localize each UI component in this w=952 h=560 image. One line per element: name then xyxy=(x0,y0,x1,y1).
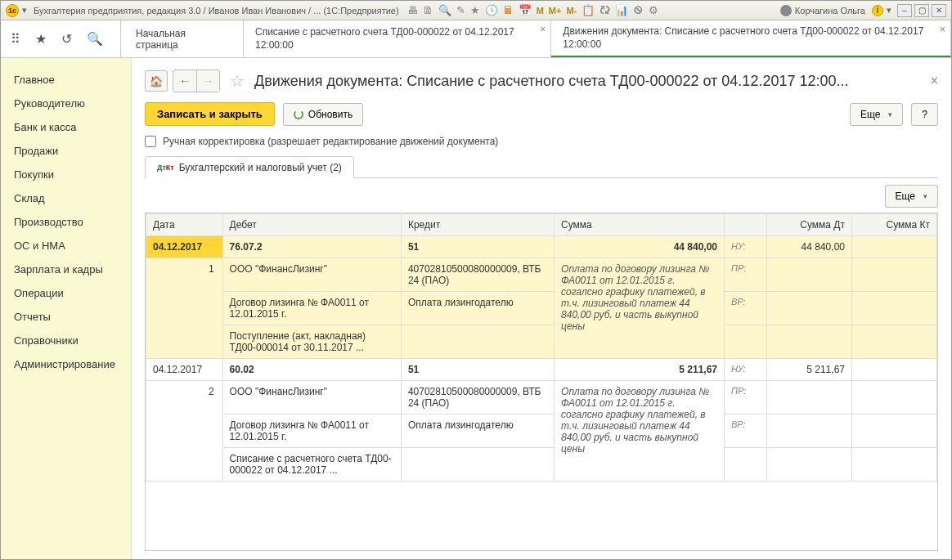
tab-close-icon[interactable]: × xyxy=(940,24,945,37)
m-plus-button[interactable]: M+ xyxy=(549,6,562,16)
info-icon[interactable]: i xyxy=(872,5,883,16)
tab-start[interactable]: Начальная страница xyxy=(121,20,244,57)
calendar-icon[interactable]: 📅 xyxy=(519,4,532,16)
cell-nu-label: НУ: xyxy=(725,236,767,258)
sidebar-item[interactable]: Склад xyxy=(1,186,131,210)
toolbar-icon[interactable]: 🗘 xyxy=(599,4,610,16)
close-button[interactable]: ✕ xyxy=(932,4,946,17)
app-menu-dropdown[interactable]: ▾ xyxy=(22,5,27,16)
window-title: Бухгалтерия предприятия, редакция 3.0 / … xyxy=(34,6,399,16)
entry-subrow[interactable]: 2 ООО "ФинансЛизинг" 4070281050008000000… xyxy=(146,381,937,414)
tab-document-1[interactable]: Списание с расчетного счета ТД00-000022 … xyxy=(244,20,551,57)
home-button[interactable]: 🏠 xyxy=(145,70,168,92)
sidebar-item[interactable]: Администрирование xyxy=(1,352,131,376)
sidebar-item[interactable]: Отчеты xyxy=(1,305,131,329)
sidebar: Главное Руководителю Банк и касса Продаж… xyxy=(1,58,132,559)
m-minus-button[interactable]: M- xyxy=(566,6,577,16)
entries-table-wrap: Дата Дебет Кредит Сумма Сумма Дт Сумма К… xyxy=(145,213,938,551)
sidebar-item[interactable]: Банк и касса xyxy=(1,115,131,139)
body: Главное Руководителю Банк и касса Продаж… xyxy=(1,58,951,559)
history-icon[interactable]: 🕓 xyxy=(485,4,498,16)
info-dropdown[interactable]: ▾ xyxy=(887,5,891,16)
dt-kt-icon: ДтКт xyxy=(157,164,174,172)
forward-button[interactable]: → xyxy=(196,70,219,92)
toolbar-icon[interactable]: 📊 xyxy=(615,4,628,16)
page-title: Движения документа: Списание с расчетног… xyxy=(254,73,926,90)
col-sum[interactable]: Сумма xyxy=(555,214,725,236)
app-window: 1c ▾ Бухгалтерия предприятия, редакция 3… xyxy=(0,0,952,560)
calculator-icon[interactable]: 🖩 xyxy=(503,4,514,16)
cell-idx: 2 xyxy=(146,381,223,482)
accounting-tab[interactable]: ДтКт Бухгалтерский и налоговый учет (2) xyxy=(145,156,354,178)
sidebar-item[interactable]: ОС и НМА xyxy=(1,234,131,258)
toolbar-icon[interactable]: 🔍 xyxy=(438,4,451,16)
entry-row[interactable]: 04.12.2017 76.07.2 51 44 840,00 НУ: 44 8… xyxy=(146,236,937,258)
cell-sum-dt: 5 211,67 xyxy=(767,359,852,381)
nav-arrows: ← → xyxy=(173,69,220,92)
star-icon[interactable]: ★ xyxy=(35,31,47,47)
tab-close-icon[interactable]: × xyxy=(540,24,546,37)
main-tabs: ⠿ ★ ↺ 🔍 Начальная страница Списание с ра… xyxy=(1,20,951,58)
sidebar-item[interactable]: Руководителю xyxy=(1,92,131,115)
bookmark-star-icon[interactable]: ☆ xyxy=(230,71,245,91)
table-more-button[interactable]: Еще xyxy=(885,185,938,208)
user-name: Корчагина Ольга xyxy=(795,6,865,16)
cell-pr-label: ПР: xyxy=(725,258,767,292)
entry-subrow[interactable]: Договор лизинга № ФА0011 от 12.01.2015 г… xyxy=(146,292,937,325)
m-button[interactable]: M xyxy=(537,6,544,16)
entry-subrow[interactable]: Договор лизинга № ФА0011 от 12.01.2015 г… xyxy=(146,414,937,448)
settings-icon[interactable]: ⚙ xyxy=(649,4,658,16)
back-button[interactable]: ← xyxy=(173,70,196,92)
cell-vr-label: ВР: xyxy=(725,414,767,448)
sidebar-item[interactable]: Производство xyxy=(1,210,131,234)
entry-subrow[interactable]: Списание с расчетного счета ТД00-000022 … xyxy=(146,448,937,482)
col-debet[interactable]: Дебет xyxy=(222,214,401,236)
entry-row[interactable]: 04.12.2017 60.02 51 5 211,67 НУ: 5 211,6… xyxy=(146,359,937,381)
sidebar-item[interactable]: Покупки xyxy=(1,163,131,186)
cell-debet-sub: ООО "ФинансЛизинг" xyxy=(222,381,401,414)
sidebar-item[interactable]: Главное xyxy=(1,68,131,92)
cell-kredit-acc: 51 xyxy=(401,359,554,381)
col-kredit[interactable]: Кредит xyxy=(401,214,554,236)
history-icon[interactable]: ↺ xyxy=(61,31,72,47)
cell-debet-acc: 76.07.2 xyxy=(222,236,401,258)
table-header-row: Дата Дебет Кредит Сумма Сумма Дт Сумма К… xyxy=(146,214,937,236)
refresh-button[interactable]: Обновить xyxy=(283,103,363,126)
entry-subrow[interactable]: 1 ООО "ФинансЛизинг" 4070281050008000000… xyxy=(146,258,937,292)
col-date[interactable]: Дата xyxy=(146,214,223,236)
toolbar-icon[interactable]: 🛇 xyxy=(633,4,644,16)
cell-debet-sub: Поступление (акт, накладная) ТД00-000014… xyxy=(222,325,401,359)
manual-edit-checkbox[interactable]: Ручная корректировка (разрешает редактир… xyxy=(145,136,938,147)
cell-sum-dt: 44 840,00 xyxy=(767,236,852,258)
more-button[interactable]: Еще xyxy=(850,103,903,126)
user-info[interactable]: Корчагина Ольга xyxy=(780,5,865,16)
refresh-label: Обновить xyxy=(308,109,353,120)
tab-document-2[interactable]: Движения документа: Списание с расчетног… xyxy=(551,20,951,57)
toolbar-icon[interactable]: 📋 xyxy=(582,4,595,16)
cell-pr-label: ПР: xyxy=(725,381,767,414)
minimize-button[interactable]: – xyxy=(897,4,912,17)
header-row: 🏠 ← → ☆ Движения документа: Списание с р… xyxy=(145,69,938,92)
page-close-icon[interactable]: × xyxy=(931,74,938,88)
toolbar-icon[interactable]: 🖶 xyxy=(407,4,418,16)
save-close-button[interactable]: Записать и закрыть xyxy=(145,102,275,126)
help-button[interactable]: ? xyxy=(911,103,938,126)
sidebar-item[interactable]: Операции xyxy=(1,281,131,305)
col-sum-dt[interactable]: Сумма Дт xyxy=(767,214,852,236)
col-sum-kt[interactable]: Сумма Кт xyxy=(851,214,936,236)
favorite-icon[interactable]: ★ xyxy=(470,4,480,16)
search-icon[interactable]: 🔍 xyxy=(87,31,103,47)
maximize-button[interactable]: ▢ xyxy=(914,4,929,17)
titlebar-toolbar: 🖶 🗎 🔍 ✎ ★ 🕓 🖩 📅 M M+ M- 📋 🗘 📊 🛇 ⚙ xyxy=(407,4,659,16)
cell-kredit-sub: 40702810500080000009, ВТБ 24 (ПАО) xyxy=(401,381,554,414)
apps-icon[interactable]: ⠿ xyxy=(11,31,20,47)
toolbar-icon[interactable]: ✎ xyxy=(456,4,465,16)
cell-descr: Оплата по договору лизинга № ФА0011 от 1… xyxy=(555,258,725,359)
manual-edit-checkbox-input[interactable] xyxy=(145,136,156,147)
sidebar-item[interactable]: Зарплата и кадры xyxy=(1,258,131,281)
toolbar-icon[interactable]: 🗎 xyxy=(423,4,433,16)
sidebar-item[interactable]: Справочники xyxy=(1,329,131,352)
sidebar-item[interactable]: Продажи xyxy=(1,139,131,163)
entry-subrow[interactable]: Поступление (акт, накладная) ТД00-000014… xyxy=(146,325,937,359)
tab-label: Списание с расчетного счета ТД00-000022 … xyxy=(255,26,526,52)
